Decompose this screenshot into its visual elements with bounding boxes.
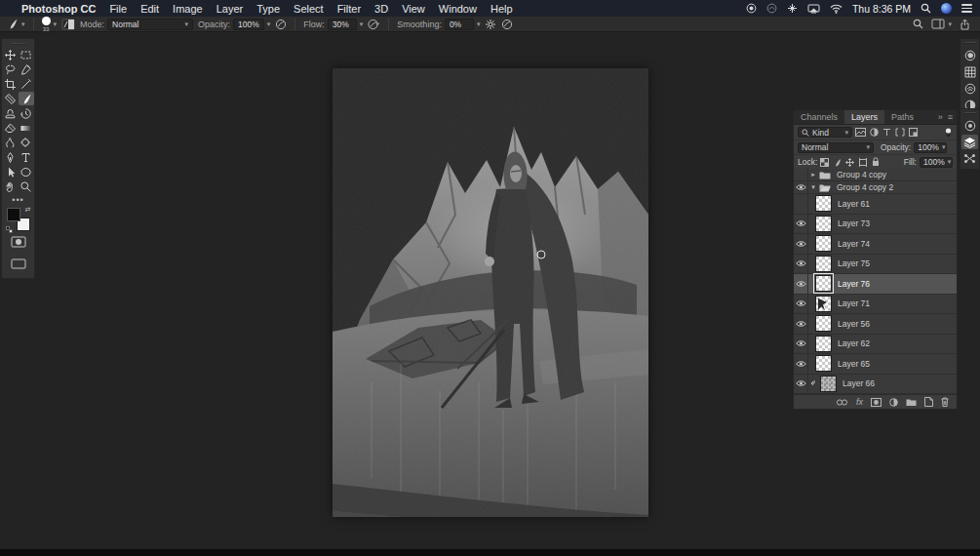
visibility-eye-icon[interactable] [794,274,808,294]
layer-thumbnail[interactable] [815,216,832,232]
menu-bar-clock[interactable]: Thu 8:36 PM [852,3,911,15]
lock-transparency-icon[interactable] [820,158,829,167]
collapse-panel-icon[interactable]: » [938,112,943,122]
filter-pixel-layers-icon[interactable] [855,128,866,137]
size-pressure-toggle[interactable] [501,19,513,30]
history-brush-tool[interactable] [19,106,34,120]
smoothing-input[interactable]: 0% [445,19,474,30]
menu-item-image[interactable]: Image [173,3,203,15]
layer-opacity-input[interactable]: 100%▾ [914,142,947,153]
menu-item-view[interactable]: View [402,3,425,15]
pen-tool[interactable] [3,150,19,164]
layer-thumbnail[interactable] [815,355,832,372]
app-menu-title[interactable]: Photoshop CC [21,3,96,15]
add-layer-mask-icon[interactable] [871,398,882,407]
layer-row-layer-66[interactable]: Layer 66 [794,375,957,395]
brush-tool[interactable] [19,92,34,105]
new-group-icon[interactable] [906,398,917,407]
airbrush-toggle[interactable] [368,19,380,30]
layer-name[interactable]: Layer 74 [838,239,870,249]
menu-item-filter[interactable]: Filter [337,3,361,15]
visibility-toggle-empty[interactable] [794,194,808,214]
layer-thumbnail[interactable] [815,275,832,292]
tool-preset-picker[interactable]: ▾ [6,18,25,30]
layer-name[interactable]: Layer 71 [838,298,870,308]
visibility-toggle-empty[interactable] [794,169,808,180]
layer-name[interactable]: Layer 73 [838,218,870,228]
link-layers-icon[interactable] [836,399,848,406]
foreground-color-swatch[interactable] [7,208,20,221]
layer-name[interactable]: Layer 56 [838,319,870,329]
menu-item-select[interactable]: Select [294,3,324,15]
visibility-eye-icon[interactable] [794,375,808,394]
layer-name[interactable]: Layer 76 [838,279,870,289]
visibility-eye-icon[interactable] [794,255,808,274]
libraries-panel-icon[interactable] [961,118,978,133]
visibility-eye-icon[interactable] [794,181,808,193]
layer-row-layer-75[interactable]: Layer 75 [794,255,957,275]
filter-shape-layers-icon[interactable] [895,128,905,137]
path-selection-tool[interactable] [3,165,19,179]
layer-row-layer-73[interactable]: Layer 73 [794,215,957,235]
workspace-switcher[interactable]: ▾ [931,19,952,29]
menu-item-help[interactable]: Help [490,3,513,15]
visibility-eye-icon[interactable] [794,314,808,334]
swatches-panel-icon[interactable] [961,64,978,79]
flow-input[interactable]: 30% [328,19,357,30]
filter-toggle-switch[interactable] [944,128,953,138]
layer-thumbnail[interactable] [815,256,832,272]
menu-item-type[interactable]: Type [256,3,280,15]
filter-adjustment-layers-icon[interactable] [870,128,879,137]
delete-layer-icon[interactable] [941,397,949,407]
layer-name[interactable]: Layer 61 [838,199,870,209]
lock-all-icon[interactable] [872,157,880,167]
brushes-panel-icon[interactable] [961,81,978,96]
layer-row-layer-71[interactable]: Layer 71 [794,295,957,315]
search-icon[interactable] [913,19,923,29]
layer-row-layer-65[interactable]: Layer 65 [794,354,957,375]
layer-name[interactable]: Layer 65 [838,359,870,369]
panel-menu-icon[interactable]: ≡ [948,112,953,122]
ellipse-tool[interactable] [19,165,34,179]
tab-layers[interactable]: Layers [844,110,884,124]
eraser-tool[interactable] [3,121,19,135]
menu-item-3d[interactable]: 3D [374,3,388,15]
visibility-eye-icon[interactable] [794,215,808,234]
layer-thumbnail[interactable] [815,296,832,312]
wifi-icon[interactable] [830,4,843,14]
visibility-eye-icon[interactable] [794,295,808,314]
color-panel-icon[interactable] [961,48,978,62]
screen-record-icon[interactable] [746,3,757,14]
default-colors-icon[interactable] [6,226,13,233]
eyedropper-tool[interactable] [19,77,34,91]
move-tool[interactable] [3,48,19,61]
new-layer-icon[interactable] [924,397,933,407]
layer-row-layer-76[interactable]: Layer 76 [794,274,957,295]
layer-thumbnail[interactable] [815,195,832,212]
zoom-tool[interactable] [19,179,34,193]
layer-row-layer-62[interactable]: Layer 62 [794,335,957,355]
lock-artboard-icon[interactable] [858,158,868,167]
layer-row-layer-74[interactable]: Layer 74 [794,234,957,255]
filter-smart-objects-icon[interactable] [909,128,918,137]
camera-status-icon[interactable] [766,3,777,14]
group-row-group-4-copy[interactable]: ▸Group 4 copy [794,169,957,181]
menu-item-file[interactable]: File [109,3,127,15]
layer-name[interactable]: Layer 75 [838,258,870,268]
quick-selection-tool[interactable] [19,62,34,76]
filter-type-layers-icon[interactable] [882,128,891,137]
clone-stamp-tool[interactable] [3,106,19,120]
input-menu-icon[interactable] [787,3,798,14]
chevron-down-icon[interactable]: ▾ [360,20,364,28]
layer-style-fx-icon[interactable]: fx [856,397,863,407]
layer-thumbnail[interactable] [815,235,832,252]
lasso-tool[interactable] [3,62,19,76]
share-icon[interactable] [960,19,970,30]
opacity-input[interactable]: 100% [233,19,264,30]
tab-channels[interactable]: Channels [794,110,844,124]
layer-thumbnail[interactable] [815,336,832,352]
brush-settings-panel-toggle[interactable] [61,19,75,30]
group-expand-arrow[interactable]: ▸ [808,171,818,179]
layer-row-layer-56[interactable]: Layer 56 [794,314,957,335]
gradient-tool[interactable] [19,121,34,135]
